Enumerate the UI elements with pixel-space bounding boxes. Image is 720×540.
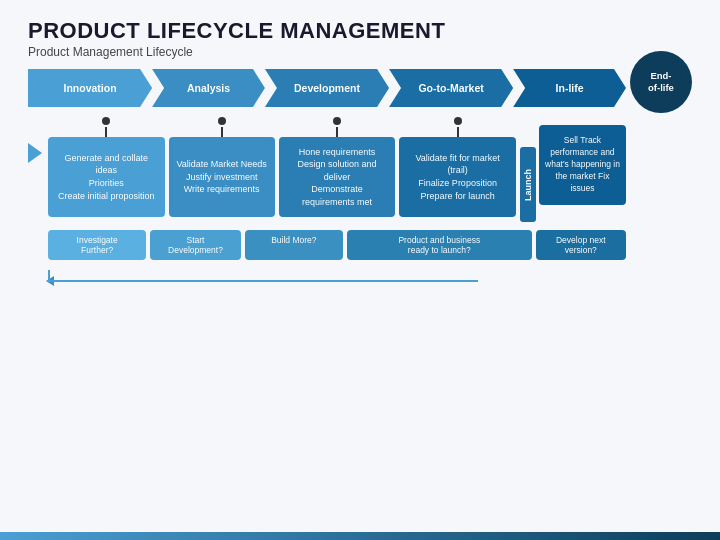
chevron-row: Innovation Analysis Development Go-to-Ma… [28,69,692,107]
eol-circle: End-of-life [630,51,692,113]
triangle-pointer [28,143,42,163]
slide: PRODUCT LIFECYCLE MANAGEMENT Product Man… [0,0,720,540]
col-inlife: Launch Sell Track performance and what's… [520,125,626,222]
title-area: PRODUCT LIFECYCLE MANAGEMENT Product Man… [28,18,692,59]
main-title: PRODUCT LIFECYCLE MANAGEMENT [28,18,692,44]
dot-analysis [218,117,226,125]
chevron-inlife: In-life [513,69,626,107]
dot-goto [454,117,462,125]
chevron-innovation: Innovation [28,69,152,107]
bottom-stripe [0,532,720,540]
col-analysis: Validate Market NeedsJustify investmentW… [169,115,275,217]
inlife-box: Sell Track performance and what's happen… [539,125,626,205]
col-goto: Validate fit for market (trail)Finalize … [399,115,516,217]
back-arrow-2 [48,270,478,282]
build-more-btn[interactable]: Build More? [245,230,343,260]
product-ready-btn[interactable]: Product and businessready to launch? [347,230,532,260]
innovation-box: Generate and collate ideasPrioritiesCrea… [48,137,165,217]
develop-next-btn[interactable]: Develop nextversion? [536,230,626,260]
dot-innovation [102,117,110,125]
chevron-development: Development [265,69,389,107]
sub-title: Product Management Lifecycle [28,45,692,59]
goto-box: Validate fit for market (trail)Finalize … [399,137,516,217]
bottom-row: InvestigateFurther? StartDevelopment? Bu… [28,230,692,260]
start-dev-btn[interactable]: StartDevelopment? [150,230,240,260]
dot-development [333,117,341,125]
back-arrows [28,264,692,284]
investigate-btn[interactable]: InvestigateFurther? [48,230,146,260]
launch-label: Launch [520,147,536,222]
chevron-analysis: Analysis [152,69,265,107]
analysis-box: Validate Market NeedsJustify investmentW… [169,137,275,217]
chevron-goto: Go-to-Market [389,69,513,107]
development-box: Hone requirementsDesign solution and del… [279,137,396,217]
col-development: Hone requirementsDesign solution and del… [279,115,396,217]
col-innovation: Generate and collate ideasPrioritiesCrea… [48,115,165,217]
